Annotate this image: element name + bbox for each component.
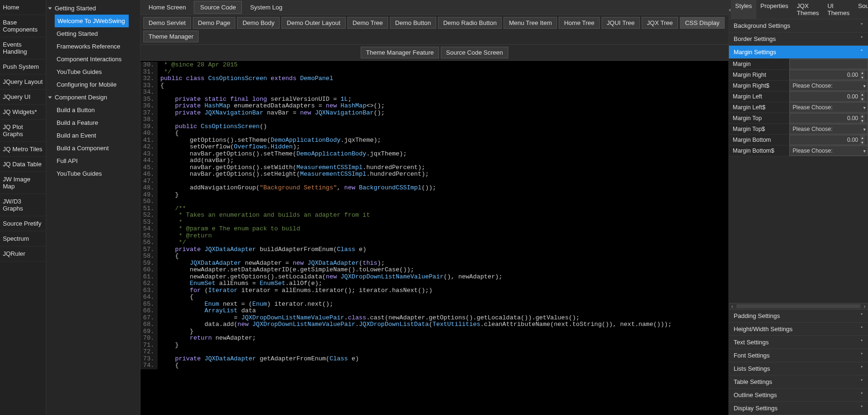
prop-row-margin-left-: Margin Left$Please Choose: — [729, 102, 868, 113]
chevron-icon: ˅ — [860, 379, 863, 385]
code-line: 65. Enum next = (Enum) iterator.next(); — [141, 301, 728, 308]
section-table-settings[interactable]: Table Settings˅ — [729, 375, 868, 389]
demo-button-row-2: Theme Manager FeatureSource Code Screen — [141, 45, 728, 61]
section-background-settings[interactable]: Background Settings˅ — [729, 19, 868, 33]
chevron-icon: ˅ — [860, 326, 863, 332]
demo-button-demo-radio-button[interactable]: Demo Radio Button — [438, 17, 502, 29]
prop-row-margin-top: Margin Top0.00▲▼ — [729, 113, 868, 124]
tree-item-youtube-guides[interactable]: YouTube Guides — [46, 167, 140, 180]
number-input[interactable]: 0.00▲▼ — [789, 91, 868, 102]
left-nav-item-source-pretify[interactable]: Source Pretify — [0, 216, 46, 231]
code-line: 45. navBar.getOptions().setWidth(Measure… — [141, 164, 728, 171]
step-down-icon[interactable]: ▼ — [860, 140, 865, 145]
main-tab-home-screen[interactable]: Home Screen — [142, 1, 192, 14]
right-tab-source[interactable]: Source — [854, 0, 868, 19]
dropdown-input[interactable]: Please Choose: — [789, 81, 868, 91]
left-nav-item-jw-d3-graphs[interactable]: JW/D3 Graphs — [0, 194, 46, 216]
scroll-right-icon[interactable]: › — [861, 304, 868, 309]
tree-item-getting-started[interactable]: Getting Started — [46, 27, 140, 40]
number-input[interactable]: 0.00▲▼ — [789, 70, 868, 80]
demo-button-theme-manager[interactable]: Theme Manager — [143, 31, 198, 42]
left-nav-item-events-handling[interactable]: Events Handling — [0, 37, 46, 59]
section-height-width-settings[interactable]: Height/Width Settings˅ — [729, 323, 868, 336]
tree-item-full-api[interactable]: Full API — [46, 155, 140, 167]
demo-button-demo-servlet[interactable]: Demo Servlet — [143, 17, 191, 29]
demo-button-demo-tree[interactable]: Demo Tree — [347, 17, 388, 29]
tree-group-component-design[interactable]: Component Design — [46, 91, 140, 104]
left-nav-item-jqruler[interactable]: JQRuler — [0, 246, 46, 261]
tree-item-frameworks-reference[interactable]: Frameworks Reference — [46, 40, 140, 53]
code-line: 57. private JQXDataAdapter buildAdapterF… — [141, 246, 728, 253]
section-padding-settings[interactable]: Padding Settings˅ — [729, 309, 868, 323]
section-outline-settings[interactable]: Outline Settings˅ — [729, 389, 868, 402]
section-display-settings[interactable]: Display Settings˅ — [729, 402, 868, 415]
left-nav-item-jq-metro-tiles[interactable]: JQ Metro Tiles — [0, 142, 46, 157]
code-line: 61. newAdapter.getOptions().setLocaldata… — [141, 274, 728, 281]
section-border-settings[interactable]: Border Settings˅ — [729, 33, 868, 46]
code-line: 32.public class CssOptionsScreen extends… — [141, 75, 728, 82]
section-lists-settings[interactable]: Lists Settings˅ — [729, 362, 868, 375]
dropdown-input[interactable]: Please Choose: — [789, 146, 868, 156]
demo-button-source-code-screen[interactable]: Source Code Screen — [441, 47, 508, 58]
blank-input[interactable] — [789, 59, 868, 69]
code-line: 53. * — [141, 219, 728, 226]
left-nav-item-base-components[interactable]: Base Components — [0, 15, 46, 37]
code-line: 36. private HashMap enumeratedDataAdapte… — [141, 103, 728, 110]
tree-item-build-an-event[interactable]: Build an Event — [46, 129, 140, 142]
demo-button-css-display[interactable]: CSS Display — [680, 17, 725, 29]
right-tab-ui-themes[interactable]: UI Themes — [823, 0, 854, 19]
left-nav-item-home[interactable]: Home — [0, 0, 46, 15]
scroll-left-icon[interactable]: ‹ — [729, 304, 736, 309]
prop-label: Margin Right — [729, 72, 789, 78]
left-nav-item-jw-image-map[interactable]: JW Image Map — [0, 172, 46, 194]
number-input[interactable]: 0.00▲▼ — [789, 135, 868, 145]
demo-button-demo-page[interactable]: Demo Page — [193, 17, 236, 29]
step-down-icon[interactable]: ▼ — [860, 75, 865, 80]
tree-group-getting-started[interactable]: Getting Started — [46, 2, 140, 15]
tree-item-build-a-component[interactable]: Build a Component — [46, 142, 140, 155]
main-tab-system-log[interactable]: System Log — [244, 1, 289, 14]
tree-item-welcome-to-jwebswing[interactable]: Welcome To JWebSwing — [55, 15, 129, 27]
left-nav-item-jquery-ui[interactable]: JQuery UI — [0, 90, 46, 105]
section-text-settings[interactable]: Text Settings˅ — [729, 336, 868, 349]
demo-button-menu-tree-item[interactable]: Menu Tree Item — [504, 17, 557, 29]
demo-button-demo-button[interactable]: Demo Button — [390, 17, 436, 29]
step-down-icon[interactable]: ▼ — [860, 118, 865, 123]
code-line: 73. private JQXDataAdapter getAdapterFro… — [141, 356, 728, 363]
demo-button-jqx-tree[interactable]: JQX Tree — [642, 17, 678, 29]
demo-button-theme-manager-feature[interactable]: Theme Manager Feature — [361, 47, 439, 58]
demo-button-demo-outer-layout[interactable]: Demo Outer Layout — [281, 17, 345, 29]
app-root: HomeBase ComponentsEvents HandlingPush S… — [0, 0, 868, 415]
right-tab-styles[interactable]: Styles — [731, 0, 756, 19]
left-nav-item-jq-plot-graphs[interactable]: JQ Plot Graphs — [0, 120, 46, 142]
right-tab-properties[interactable]: Properties — [756, 0, 793, 19]
left-nav-item-push-system[interactable]: Push System — [0, 59, 46, 74]
step-up-icon[interactable]: ▲ — [860, 92, 865, 97]
code-editor[interactable]: 30. * @since 28 Apr 201531. */32.public … — [141, 61, 728, 415]
right-panel-scroll-hint[interactable]: ‹ › — [729, 303, 868, 309]
step-up-icon[interactable]: ▲ — [860, 135, 865, 140]
section-font-settings[interactable]: Font Settings˅ — [729, 349, 868, 362]
number-input[interactable]: 0.00▲▼ — [789, 113, 868, 123]
tree-item-build-a-feature[interactable]: Build a Feature — [46, 116, 140, 129]
tree-item-configuring-for-mobile[interactable]: Configuring for Mobile — [46, 78, 140, 91]
section-margin-settings[interactable]: Margin Settings˄ — [729, 46, 868, 59]
main-tab-source-code[interactable]: Source Code — [194, 1, 242, 14]
left-nav-item-jquery-layout[interactable]: JQuery Layout — [0, 74, 46, 90]
step-down-icon[interactable]: ▼ — [860, 97, 865, 101]
left-nav-item-jq-data-table[interactable]: JQ Data Table — [0, 157, 46, 172]
dropdown-input[interactable]: Please Choose: — [789, 102, 868, 113]
left-nav-item-jq-widgets-[interactable]: JQ Widgets* — [0, 105, 46, 120]
right-tab-jqx-themes[interactable]: JQX Themes — [793, 0, 823, 19]
tree-item-build-a-button[interactable]: Build a Button — [46, 104, 140, 116]
dropdown-input[interactable]: Please Choose: — [789, 124, 868, 134]
step-up-icon[interactable]: ▲ — [860, 114, 865, 118]
demo-button-jqui-tree[interactable]: JQUI Tree — [602, 17, 640, 29]
demo-button-home-tree[interactable]: Home Tree — [559, 17, 599, 29]
code-line: 37. private JQXNavigationBar navBar = ne… — [141, 110, 728, 117]
tree-item-youtube-guides[interactable]: YouTube Guides — [46, 65, 140, 78]
step-up-icon[interactable]: ▲ — [860, 70, 865, 75]
demo-button-demo-body[interactable]: Demo Body — [237, 17, 280, 29]
tree-item-component-interactions[interactable]: Component Interactions — [46, 53, 140, 65]
left-nav-item-spectrum[interactable]: Spectrum — [0, 231, 46, 246]
